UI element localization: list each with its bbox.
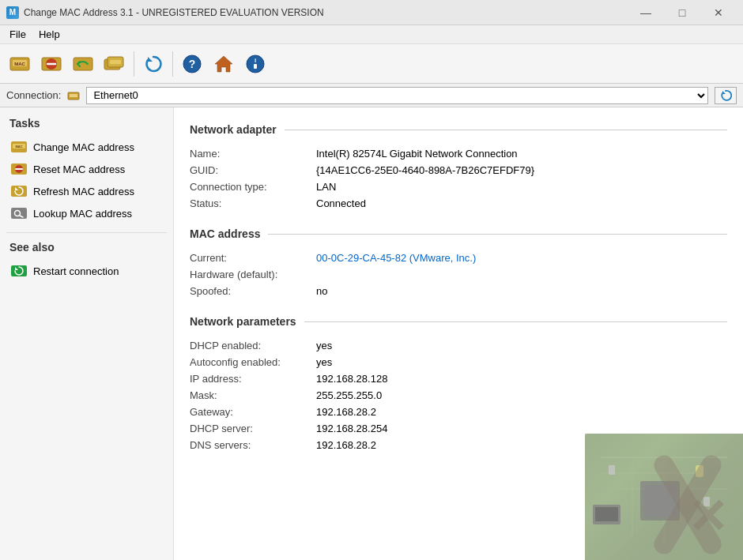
remove-mac-icon	[40, 53, 62, 75]
change-mac-task-label: Change MAC address	[33, 141, 134, 153]
network-adapter-title: Network adapter	[190, 123, 277, 136]
network-adapter-line	[285, 130, 727, 130]
adapter-status-value: Connected	[316, 197, 727, 209]
mac-spoofed-label: Spoofed:	[190, 285, 316, 297]
connection-bar: Connection: Ethernet0	[0, 84, 743, 107]
change-mac-toolbar-button[interactable]: MAC	[5, 49, 35, 79]
network-params-title: Network parameters	[190, 315, 296, 328]
info-toolbar-button[interactable]: i	[240, 49, 270, 79]
mac-spoofed-value: no	[316, 285, 727, 297]
refresh-mac-task-icon	[11, 183, 27, 199]
connection-refresh-icon	[719, 89, 732, 102]
card-visual-bg	[585, 434, 743, 560]
adapter-guid-label: GUID:	[190, 164, 316, 176]
svg-text:i: i	[255, 57, 256, 64]
network-params-line	[304, 321, 727, 322]
mac-address-table: Current: 00-0C-29-CA-45-82 (VMware, Inc.…	[190, 250, 727, 299]
network-adapter-header: Network adapter	[190, 123, 727, 136]
refresh-mac-task-label: Refresh MAC address	[33, 186, 134, 197]
adapter-status-row: Status: Connected	[190, 195, 727, 212]
adapter-conntype-row: Connection type: LAN	[190, 179, 727, 195]
mac-hardware-value	[316, 269, 727, 280]
adapter-conntype-value: LAN	[316, 181, 727, 193]
restore-mac-toolbar-button[interactable]	[68, 49, 98, 79]
help-menu[interactable]: Help	[32, 27, 66, 42]
connection-icon	[67, 89, 80, 102]
svg-rect-42	[703, 497, 710, 506]
connection-select[interactable]: Ethernet0	[86, 87, 708, 104]
mac-current-label: Current:	[190, 252, 316, 264]
refresh-mac-task[interactable]: Refresh MAC address	[6, 180, 167, 202]
sidebar: Tasks MAC Change MAC address Reset	[0, 107, 174, 560]
maximize-button[interactable]: □	[664, 0, 700, 25]
lookup-mac-task-icon	[11, 205, 27, 221]
restart-connection-task[interactable]: Restart connection	[6, 260, 167, 282]
mac-address-header: MAC address	[190, 227, 727, 240]
dhcp-enabled-value: yes	[316, 340, 727, 351]
adapter-status-label: Status:	[190, 197, 316, 209]
toolbar-sep-1	[134, 51, 134, 77]
adapter-name-row: Name: Intel(R) 82574L Gigabit Network Co…	[190, 145, 727, 162]
info-icon: i	[244, 53, 266, 75]
ip-address-row: IP address: 192.168.28.128	[190, 370, 727, 387]
mac-current-row: Current: 00-0C-29-CA-45-82 (VMware, Inc.…	[190, 250, 727, 266]
connection-label: Connection:	[6, 89, 61, 101]
restart-connection-task-icon	[11, 263, 27, 279]
toolbar-sep-2	[172, 51, 173, 77]
adapter-guid-row: GUID: {14AE1CC6-25E0-4640-898A-7B26C7EFD…	[190, 162, 727, 179]
restart-connection-task-label: Restart connection	[33, 265, 119, 277]
change-mac-icon: MAC	[9, 53, 31, 75]
dhcp-enabled-row: DHCP enabled: yes	[190, 337, 727, 354]
multi-mac-toolbar-button[interactable]	[100, 49, 130, 79]
home-icon	[213, 53, 235, 75]
menubar: File Help	[0, 25, 743, 44]
svg-rect-47	[595, 507, 618, 521]
mask-value: 255.255.255.0	[316, 389, 727, 401]
change-mac-task[interactable]: MAC Change MAC address	[6, 136, 167, 158]
home-toolbar-button[interactable]	[209, 49, 239, 79]
mac-spoofed-row: Spoofed: no	[190, 283, 727, 299]
titlebar: M Change MAC Address 3.1 - UNREGISTERED …	[0, 0, 743, 25]
lookup-mac-task[interactable]: Lookup MAC address	[6, 202, 167, 224]
reset-mac-task[interactable]: Reset MAC address	[6, 158, 167, 180]
svg-rect-28	[11, 208, 27, 219]
network-adapter-table: Name: Intel(R) 82574L Gigabit Network Co…	[190, 145, 727, 212]
svg-rect-18	[70, 94, 77, 97]
help-toolbar-button[interactable]: ?	[177, 49, 207, 79]
svg-rect-9	[110, 60, 121, 64]
svg-text:MAC: MAC	[14, 62, 25, 66]
file-menu[interactable]: File	[3, 27, 32, 42]
remove-mac-toolbar-button[interactable]	[36, 49, 66, 79]
multi-mac-icon	[104, 53, 126, 75]
svg-rect-41	[609, 465, 615, 475]
svg-text:?: ?	[189, 58, 196, 70]
window-title: Change MAC Address 3.1 - UNREGISTERED EV…	[24, 7, 628, 18]
svg-rect-16	[254, 64, 257, 69]
sidebar-divider	[6, 232, 167, 233]
mask-row: Mask: 255.255.255.0	[190, 387, 727, 404]
dns-servers-label: DNS servers:	[190, 439, 316, 451]
refresh-toolbar-button[interactable]	[138, 49, 168, 79]
close-button[interactable]: ✕	[700, 0, 737, 25]
svg-marker-13	[215, 56, 232, 72]
reset-mac-task-icon	[11, 161, 27, 177]
autoconfig-row: Autoconfig enabled: yes	[190, 354, 727, 370]
tasks-section-title: Tasks	[6, 117, 167, 130]
autoconfig-label: Autoconfig enabled:	[190, 356, 316, 368]
toolbar: MAC ?	[0, 44, 743, 84]
mac-current-value[interactable]: 00-0C-29-CA-45-82 (VMware, Inc.)	[316, 252, 727, 264]
gateway-value: 192.168.28.2	[316, 406, 727, 418]
adapter-guid-value: {14AE1CC6-25E0-4640-898A-7B26C7EFDF79}	[316, 164, 727, 176]
dhcp-enabled-label: DHCP enabled:	[190, 340, 316, 351]
minimize-button[interactable]: —	[628, 0, 664, 25]
gateway-row: Gateway: 192.168.28.2	[190, 404, 727, 420]
mac-address-line	[268, 234, 727, 235]
card-svg	[585, 434, 743, 560]
connection-refresh-button[interactable]	[715, 87, 737, 104]
gateway-label: Gateway:	[190, 406, 316, 418]
svg-text:MAC: MAC	[15, 145, 22, 148]
refresh-icon	[142, 53, 164, 75]
see-also-section-title: See also	[6, 241, 167, 254]
svg-marker-10	[148, 57, 153, 62]
dhcp-server-value: 192.168.28.254	[316, 423, 727, 434]
